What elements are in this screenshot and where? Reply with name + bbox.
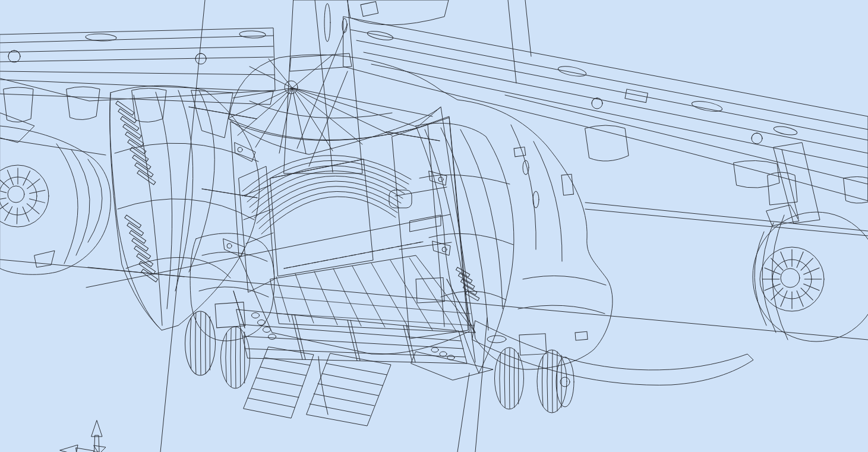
nacelle-louver bbox=[36, 140, 52, 148]
aircraft-model[interactable] bbox=[0, 0, 868, 426]
construction-lines-rear[interactable] bbox=[0, 0, 868, 452]
flap-track-fairing[interactable] bbox=[844, 177, 868, 204]
fan-blades bbox=[762, 249, 822, 309]
tire bbox=[495, 347, 524, 409]
flap-track-fairing[interactable] bbox=[734, 160, 779, 188]
engine-spinner bbox=[8, 186, 24, 203]
engine-spinner bbox=[781, 268, 800, 287]
x-axis-label: X bbox=[50, 444, 56, 452]
nacelle-louver bbox=[854, 294, 860, 308]
construction-line[interactable] bbox=[475, 318, 487, 452]
fuselage-panel bbox=[514, 147, 526, 156]
wing-panel-oval bbox=[557, 65, 587, 78]
antenna-mast bbox=[508, 29, 510, 50]
engine-nacelle-right-outer[interactable] bbox=[753, 143, 868, 342]
flap-track-fairing[interactable] bbox=[585, 125, 629, 161]
construction-line[interactable] bbox=[585, 203, 868, 231]
flap-track-fairing[interactable] bbox=[67, 87, 100, 120]
tire bbox=[537, 350, 567, 413]
engine-nacelle-left-outer[interactable] bbox=[0, 113, 111, 274]
fin-slot bbox=[324, 4, 330, 42]
cad-viewport[interactable]: Y X Z bbox=[0, 0, 868, 452]
ramp-extension-left[interactable] bbox=[244, 347, 314, 418]
construction-line[interactable] bbox=[88, 267, 184, 277]
spine-hatch bbox=[361, 2, 378, 17]
wing-panel-oval bbox=[239, 30, 266, 39]
vertical-stabilizer[interactable] bbox=[284, 0, 362, 173]
tire bbox=[185, 311, 216, 375]
construction-line[interactable] bbox=[160, 0, 205, 452]
z-axis-arrow: Z bbox=[94, 444, 111, 452]
nacelle-louver bbox=[846, 240, 854, 252]
tire bbox=[221, 327, 250, 388]
construction-line[interactable] bbox=[585, 209, 868, 236]
interior-handrail bbox=[389, 190, 412, 208]
y-axis-label: Y bbox=[98, 408, 105, 418]
wheel-rim bbox=[556, 357, 574, 407]
fuselage-panel bbox=[575, 331, 588, 340]
construction-line[interactable] bbox=[457, 373, 469, 452]
nacelle-louver bbox=[847, 318, 854, 331]
landing-gear-right[interactable] bbox=[495, 334, 580, 414]
nacelle-louver bbox=[854, 266, 860, 279]
door-hinge-fitting bbox=[223, 143, 255, 257]
construction-line[interactable] bbox=[525, 0, 531, 56]
viewport-background[interactable] bbox=[0, 0, 868, 452]
right-wing[interactable] bbox=[343, 0, 868, 203]
flap-boot bbox=[768, 172, 797, 205]
axis-triad: Y X Z bbox=[50, 408, 111, 452]
ceiling-ribs bbox=[242, 156, 411, 235]
fuselage-hatch bbox=[487, 336, 506, 343]
nacelle-louver bbox=[86, 159, 98, 167]
roller-bar bbox=[284, 242, 423, 268]
cargo-ramp[interactable] bbox=[236, 309, 493, 426]
fuselage-panel bbox=[561, 174, 573, 195]
flap-track-fairing[interactable] bbox=[132, 88, 166, 122]
landing-gear-left[interactable] bbox=[185, 300, 256, 388]
nacelle-louver bbox=[71, 151, 86, 160]
door-louvers bbox=[116, 101, 158, 282]
ramp-sill bbox=[411, 352, 493, 380]
z-axis-label: Z bbox=[106, 444, 111, 452]
fuselage-slot bbox=[533, 191, 539, 208]
x-axis-arrow: X bbox=[50, 444, 94, 452]
flap-track-fairing[interactable] bbox=[4, 87, 33, 122]
gear-strut-box bbox=[519, 334, 547, 355]
fan-blades bbox=[0, 168, 45, 224]
construction-line[interactable] bbox=[0, 138, 106, 155]
wing-access-panel bbox=[625, 89, 648, 103]
door-louvers bbox=[456, 267, 479, 301]
